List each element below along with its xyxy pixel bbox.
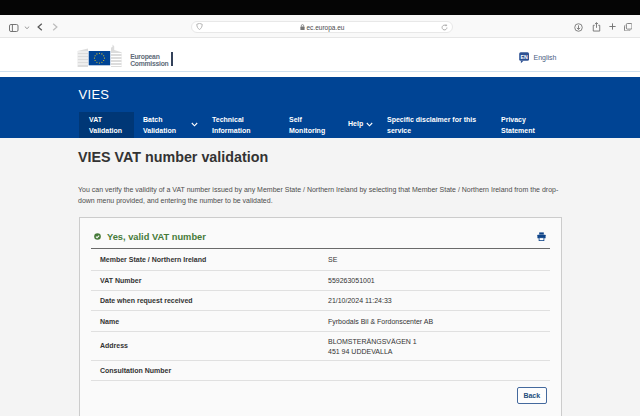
- svg-text:EN: EN: [520, 54, 527, 60]
